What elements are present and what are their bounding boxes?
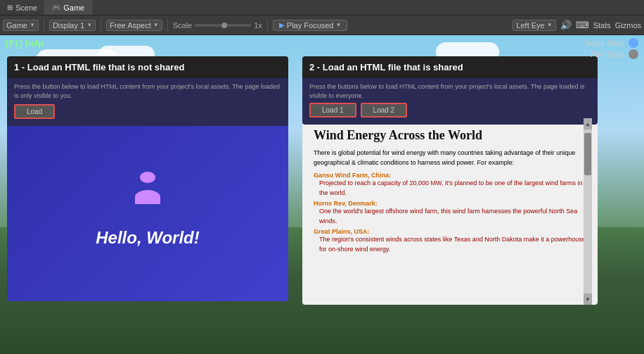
separator3: [167, 19, 168, 32]
scene-tab[interactable]: ⊞ Scene: [0, 0, 45, 15]
wind-energy-title: Wind Energy Across the World: [314, 128, 586, 143]
scene-icon: ⊞: [7, 4, 13, 11]
play-focused-button[interactable]: ▶ Play Focused ▼: [273, 20, 348, 31]
left-eye-dropdown[interactable]: Left Eye ▼: [513, 20, 555, 31]
game-tab-label: Game: [63, 4, 84, 12]
toolbar-right: Left Eye ▼ 🔊 ⌨ Stats Gizmos: [513, 20, 641, 31]
left-eye-label: Left Eye: [516, 21, 544, 30]
panel1-load-button[interactable]: Load: [14, 104, 55, 119]
great-plains-title: Great Plains, USA:: [314, 228, 586, 235]
hello-world-text: Hello, World!: [96, 228, 200, 248]
scene-tab-label: Scene: [15, 4, 37, 12]
perf-stats-toggle[interactable]: [629, 49, 638, 59]
perf-stats-row: Perf Stats: [591, 49, 638, 59]
stats-label: Stats: [593, 21, 611, 30]
gansu-title: Gansu Wind Farm, China:: [314, 172, 586, 179]
scrollbar-up-arrow[interactable]: ▲: [584, 118, 592, 129]
panel2-title: 2 - Load an HTML file that is shared: [309, 62, 463, 72]
panel1: 1 - Load an HTML file that is not shared…: [7, 56, 288, 126]
toolbar: Game ▼ Display 1 ▼ Free Aspect ▼ Scale 1…: [0, 15, 644, 35]
panel2-header: 2 - Load an HTML file that is shared: [302, 56, 598, 78]
chevron-down-icon2: ▼: [86, 22, 92, 28]
avatar-head: [140, 172, 155, 183]
keyboard-icon[interactable]: ⌨: [576, 20, 589, 30]
horns-title: Horns Rev, Denmark:: [314, 200, 586, 207]
panel1-hello-world: Hello, World!: [7, 118, 288, 301]
scale-control: Scale 1x: [173, 21, 262, 30]
help-text: [F1] help: [6, 38, 44, 49]
panel2-scrollbar[interactable]: ▲ ▼: [584, 118, 592, 305]
gizmos-label: Gizmos: [615, 21, 641, 30]
scale-handle: [221, 23, 227, 28]
game-dropdown[interactable]: Game ▼: [3, 20, 39, 31]
panel2-load1-button[interactable]: Load 1: [309, 103, 356, 118]
aspect-dropdown[interactable]: Free Aspect ▼: [106, 20, 162, 31]
chevron-down-icon5: ▼: [547, 22, 553, 28]
wind-intro: There is global potential for wind energ…: [314, 148, 586, 167]
panel2-load2-button[interactable]: Load 2: [361, 103, 408, 118]
panel2-body: Press the buttons below to load HTML con…: [302, 78, 598, 125]
chevron-down-icon3: ▼: [153, 22, 159, 28]
panel1-description: Press the button below to load HTML cont…: [14, 82, 281, 100]
game-label: Game: [6, 21, 27, 30]
script-stats-label: Script Stats: [585, 39, 624, 47]
panel1-header: 1 - Load an HTML file that is not shared: [7, 56, 288, 78]
panel2-description: Press the buttons below to load HTML con…: [309, 82, 591, 100]
script-stats-toggle[interactable]: [629, 38, 638, 48]
great-plains-bullet: The region's consistent winds across sta…: [314, 235, 586, 254]
scale-slider[interactable]: [195, 24, 251, 27]
display-dropdown[interactable]: Display 1 ▼: [49, 20, 96, 31]
scrollbar-down-arrow[interactable]: ▼: [584, 293, 592, 305]
play-icon: ▶: [279, 21, 285, 29]
separator1: [44, 19, 44, 32]
horns-bullet: One the world's largest offshore wind fa…: [314, 207, 586, 226]
chevron-down-icon4: ▼: [336, 22, 342, 28]
scale-label: Scale: [173, 21, 193, 30]
scrollbar-thumb[interactable]: [584, 133, 591, 175]
tab-bar: ⊞ Scene 🎮 Game: [0, 0, 644, 15]
stats-panel: Script Stats Perf Stats: [585, 38, 638, 59]
panel1-title: 1 - Load an HTML file that is not shared: [14, 62, 184, 72]
avatar-body: [135, 190, 160, 204]
gansu-bullet: Projected to reach a capacity of 20,000 …: [314, 179, 586, 198]
separator2: [101, 19, 101, 32]
aspect-label: Free Aspect: [110, 21, 151, 30]
play-focused-label: Play Focused: [287, 21, 334, 30]
panel2-content: Wind Energy Across the World There is gl…: [302, 118, 598, 305]
volume-icon[interactable]: 🔊: [560, 20, 572, 30]
display-label: Display 1: [53, 21, 84, 30]
separator4: [267, 19, 268, 32]
perf-stats-label: Perf Stats: [591, 50, 624, 58]
panel1-body: Press the button below to load HTML cont…: [7, 78, 288, 126]
panel2-buttons: Load 1 Load 2: [309, 103, 591, 118]
chevron-down-icon: ▼: [30, 22, 35, 28]
gizmos-button[interactable]: Gizmos: [615, 21, 641, 30]
game-icon: 🎮: [52, 4, 60, 11]
avatar-icon: [130, 172, 165, 207]
game-tab[interactable]: 🎮 Game: [45, 0, 92, 15]
scale-value: 1x: [254, 21, 262, 30]
stats-button[interactable]: Stats: [593, 21, 611, 30]
panel2: 2 - Load an HTML file that is shared Pre…: [302, 56, 598, 125]
script-stats-row: Script Stats: [585, 38, 638, 48]
